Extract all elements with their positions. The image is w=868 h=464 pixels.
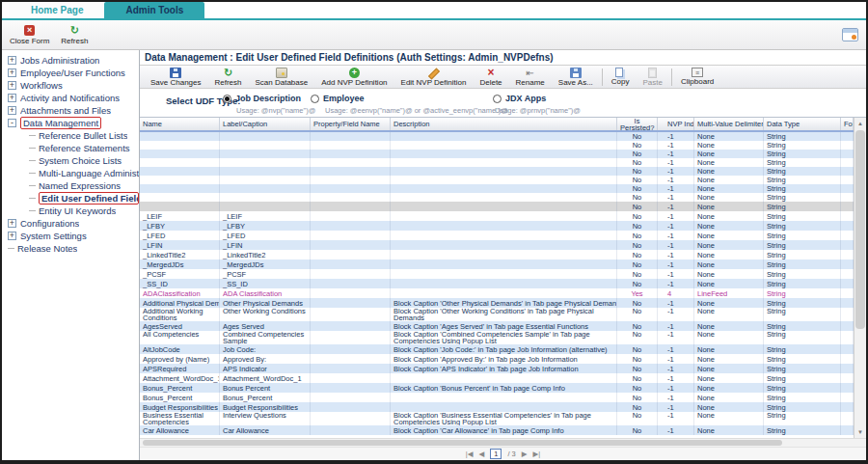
grid-row[interactable]: _LFBY_LFBYNo-1NoneString [140,221,854,231]
column-header-property-field-name[interactable]: Property/Field Name [311,118,391,130]
grid-row[interactable]: ADAClassificationADA ClassificationYes4L… [140,288,854,298]
scroll-up-icon[interactable]: ▲ [854,118,866,129]
add-nvp-definition-button[interactable]: Add NVP Definition [314,68,393,87]
column-header-is-persisted[interactable]: Is Persisted? [617,118,658,130]
refresh-button[interactable]: Refresh [207,68,248,87]
grid-row[interactable]: _LEIF_LEIFNo-1NoneString [140,211,854,221]
grid-row[interactable]: Bonus_PercentBonus_PercentNo-1NoneString [140,393,854,402]
grid-row[interactable]: Additional Physical DemandsOther Physica… [140,298,854,308]
save-as-button[interactable]: Save As... [552,68,600,87]
tree-item-jobs-administration[interactable]: +Jobs Administration [2,54,139,67]
tree-item-workflows[interactable]: +Workflows [2,79,139,92]
expand-icon[interactable]: + [8,94,16,102]
expand-icon[interactable]: + [8,219,16,228]
tree-item-activity-and-notifications[interactable]: +Activity and Notifications [2,92,139,104]
grid-row[interactable]: Attachment_WordDoc_1Attachment_WordDoc_1… [140,373,854,383]
tree-item-reference-statements[interactable]: Reference Statements [2,142,139,154]
expand-icon[interactable]: + [8,68,16,77]
tree-item-data-management[interactable]: -Data Management [2,117,139,129]
grid-row[interactable]: No-1NoneString [140,176,854,184]
refresh-form-button[interactable]: Refresh [61,25,88,45]
new-form-icon[interactable] [842,28,858,41]
radio-job-description[interactable]: Job Description [223,94,301,103]
column-header-label-caption[interactable]: Label/Caption [220,118,311,130]
grid-row[interactable]: _PCSF_PCSFNo-1NoneString [140,269,854,279]
first-page-button[interactable]: |◀ [466,449,474,460]
cell-name: _LEIF [140,211,220,221]
grid-row[interactable]: APSRequiredAPS IndicatorBlock Caption 'A… [140,364,854,373]
tree-item-configurations[interactable]: +Configurations [2,217,139,230]
close-form-button[interactable]: Close Form [10,25,49,45]
save-changes-button[interactable]: Save Changes [144,68,207,87]
expand-icon[interactable]: + [8,232,16,240]
expand-icon[interactable]: + [8,106,16,115]
grid-row[interactable]: AltJobCodeJob Code:Block Caption 'Job Co… [140,344,854,354]
scan-database-button[interactable]: Scan Database [249,68,315,87]
cell-persisted: No [617,211,658,221]
grid-row[interactable]: Approved by (Name)Approved By:Block Capt… [140,354,854,364]
tab-admin-tools[interactable]: Admin Tools [104,2,204,18]
tree-item-release-notes[interactable]: Release Notes [2,242,139,255]
grid-row[interactable]: No-1NoneString [140,158,854,167]
horizontal-scrollbar[interactable] [140,438,866,447]
scroll-down-icon[interactable]: ▼ [854,426,866,438]
grid-row[interactable]: AgesServedAges ServedBlock Caption 'Ages… [140,321,854,331]
grid-row[interactable]: Bonus_PercentBonus PercentBlock Caption … [140,383,854,393]
grid-row[interactable]: _MergedJDs_MergedJDsNo-1NoneString [140,259,854,269]
grid-row[interactable]: No-1NoneString [140,141,854,150]
edit-nvp-definition-button[interactable]: Edit NVP Definition [394,68,474,87]
last-page-button[interactable]: ▶| [533,449,541,460]
tree-item-attachments-and-files[interactable]: +Attachments and Files [2,104,139,117]
column-header-multi-value-delimiter[interactable]: Multi-Value Delimiter [694,118,764,130]
column-header-data-type[interactable]: Data Type [764,118,841,130]
radio-jdx-apps[interactable]: JDX Apps [493,94,546,103]
cell-desc [391,269,617,279]
tree-item-named-expressions[interactable]: Named Expressions [2,179,139,192]
rename-button[interactable]: Rename [509,68,552,87]
grid-row[interactable]: _LFED_LFEDNo-1NoneString [140,231,854,240]
tree-item-edit-user-defined-field-definitions[interactable]: Edit User Defined Field Definitions [2,192,139,205]
grid-row[interactable]: No-1NoneString [140,184,854,193]
grid-row[interactable]: _LinkedTitle2_LinkedTitle2No-1NoneString [140,250,854,259]
delete-button[interactable]: Delete [473,68,508,87]
tree-item-multi-language-administration[interactable]: Multi-Language Administration [2,167,139,179]
tree-item-entity-ui-keywords[interactable]: Entity UI Keywords [2,205,139,217]
grid-row[interactable]: No-1NoneString [140,167,854,176]
tree-item-employee-user-functions[interactable]: +Employee/User Functions [2,67,139,79]
tree-item-reference-bullet-lists[interactable]: Reference Bullet Lists [2,129,139,142]
grid-row[interactable]: Car AllowanceCar AllowanceBlock Caption … [140,425,854,435]
tree-item-system-choice-lists[interactable]: System Choice Lists [2,154,139,167]
grid-row[interactable]: Business Essential CompetenciesInterview… [140,412,854,425]
tab-home-page[interactable]: Home Page [10,2,104,18]
vertical-scrollbar[interactable]: ▲ ▼ [854,118,866,438]
cell-nvp: -1 [658,184,694,193]
cell-nvp: -1 [658,412,694,425]
column-header-description[interactable]: Description [391,118,617,130]
cell-prop [311,141,391,150]
grid-row[interactable]: No-1NoneString [140,150,854,158]
column-header-nvp-index[interactable]: NVP Index [658,118,694,130]
tree-item-system-settings[interactable]: +System Settings [2,230,139,242]
grid-row[interactable]: _SS_ID_SS_IDNo-1NoneString [140,279,854,288]
grid-row[interactable]: No-1NoneString [140,132,854,141]
page-number-box[interactable]: 1 [490,449,502,459]
next-page-button[interactable]: ▶ [522,449,528,460]
grid-row[interactable]: All CompetenciesCombined Competencies Sa… [140,331,854,344]
grid-row[interactable]: Budget ResponsibilitiesBudget Responsibi… [140,402,854,412]
radio-employee[interactable]: Employee [311,94,365,103]
grid-row[interactable]: Additional Working ConditionsOther Worki… [140,308,854,321]
grid-row[interactable]: No-1NoneString [140,193,854,202]
column-header-name[interactable]: Name [140,118,220,130]
prev-page-button[interactable]: ◀ [478,449,484,460]
horizontal-scrollbar-thumb[interactable] [143,440,782,446]
grid-row[interactable]: _LFIN_LFINNo-1NoneString [140,240,854,250]
expand-icon[interactable]: + [8,81,16,90]
vertical-scrollbar-thumb[interactable] [855,130,865,329]
grid-row[interactable]: No-1NoneString [140,202,854,211]
column-header-forma[interactable]: Forma [841,118,854,130]
collapse-icon[interactable]: - [8,119,16,127]
cell-format [841,298,854,308]
copy-button[interactable]: Copy [605,68,637,86]
clipboard-button[interactable]: Clipboard [674,68,720,86]
expand-icon[interactable]: + [8,56,16,65]
